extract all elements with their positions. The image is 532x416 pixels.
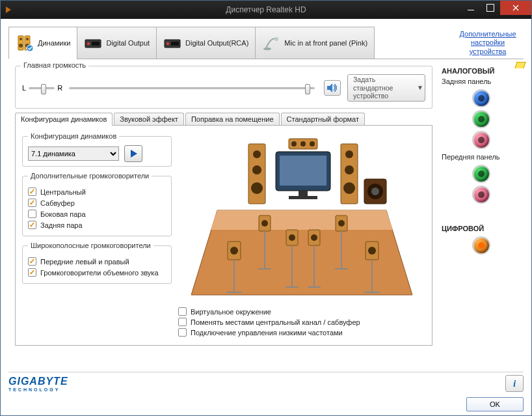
svg-point-35 (343, 182, 355, 194)
front-panel-label: Передняя панель (442, 153, 521, 161)
svg-point-52 (311, 234, 317, 241)
speakers-icon (16, 34, 34, 52)
svg-point-5 (26, 38, 29, 40)
jack-front-pink[interactable] (473, 187, 489, 202)
svg-point-31 (251, 182, 263, 194)
set-default-device-dropdown[interactable]: Задать стандартное устройство ▼ (347, 74, 425, 102)
fullrange-group: Широкополосные громкоговорители Передние… (22, 242, 172, 284)
checkbox-icon (178, 307, 187, 316)
chk-virtual-surround[interactable]: Виртуальное окружение (178, 307, 425, 316)
receiver-icon (84, 34, 102, 52)
chk-swap-center-sub[interactable]: Поменять местами центральный канал / саб… (178, 318, 425, 326)
speaker-sound-icon (326, 83, 338, 93)
chk-side-pair[interactable]: Боковая пара (28, 210, 166, 218)
svg-point-25 (291, 141, 297, 146)
window-title: Диспетчер Realtek HD (1, 5, 531, 14)
balance-slider[interactable]: L R (22, 84, 62, 92)
mute-button[interactable] (324, 80, 341, 96)
checkbox-icon (28, 221, 36, 229)
analog-heading: АНАЛОГОВЫЙ (442, 67, 521, 75)
svg-point-15 (263, 48, 271, 50)
itab-effect[interactable]: Звуковой эффект (114, 113, 184, 126)
jack-digital[interactable] (473, 238, 489, 253)
itab-format[interactable]: Стандартный формат (281, 113, 365, 126)
extra-speakers-legend: Дополнительные громкоговорители (28, 172, 152, 180)
tab-digital-output-label: Digital Output (106, 39, 150, 47)
minimize-button[interactable] (461, 1, 481, 15)
svg-rect-10 (92, 42, 100, 46)
jack-front-green[interactable] (473, 166, 489, 182)
svg-point-33 (345, 150, 353, 158)
rear-panel-label: Задняя панель (442, 77, 521, 85)
speaker-config-select[interactable]: 7.1 динамика (28, 146, 119, 161)
svg-point-29 (253, 150, 261, 158)
balance-left-label: L (22, 84, 26, 92)
extra-settings-link[interactable]: Дополнительные настройки устройства (452, 27, 524, 59)
chk-surround[interactable]: Громкоговорители объемного звука (28, 268, 166, 277)
checkbox-icon (178, 328, 187, 337)
settings-body: Конфигурация динамиков 7.1 динамика (15, 125, 432, 346)
svg-point-3 (19, 44, 23, 48)
jack-rear-pink[interactable] (473, 132, 489, 148)
speaker-room-diagram (178, 132, 425, 301)
svg-point-7 (27, 45, 33, 51)
svg-marker-17 (131, 150, 137, 158)
settings-tabs: Конфигурация динамиков Звуковой эффект П… (15, 113, 432, 126)
svg-rect-13 (171, 42, 179, 46)
balance-right-label: R (57, 84, 62, 92)
speaker-config-legend: Конфигурация динамиков (28, 132, 119, 140)
chk-rear-pair[interactable]: Задняя пара (28, 221, 166, 229)
tab-digital-output[interactable]: Digital Output (77, 27, 156, 59)
chk-subwoofer[interactable]: Сабвуфер (28, 199, 166, 207)
svg-point-38 (371, 187, 379, 195)
itab-room[interactable]: Поправка на помещение (185, 113, 280, 126)
svg-point-60 (368, 247, 376, 255)
tab-digital-output-rca[interactable]: Digital Output(RCA) (156, 27, 255, 59)
svg-point-9 (87, 42, 90, 45)
jack-rear-green[interactable] (473, 111, 489, 127)
speaker-config-group: Конфигурация динамиков 7.1 динамика (22, 132, 172, 167)
svg-rect-21 (280, 156, 326, 186)
itab-config[interactable]: Конфигурация динамиков (15, 113, 113, 126)
bottom-options: Виртуальное окружение Поменять местами ц… (178, 305, 425, 339)
jack-rear-blue[interactable] (473, 90, 489, 106)
info-button[interactable]: i (505, 375, 524, 392)
svg-point-34 (345, 165, 354, 174)
title-bar: Диспетчер Realtek HD (1, 1, 531, 19)
play-test-button[interactable] (124, 145, 142, 162)
volume-slider[interactable] (69, 87, 315, 89)
set-default-label: Задать стандартное устройство (353, 76, 414, 100)
digital-heading: ЦИФРОВОЙ (442, 225, 521, 232)
svg-rect-23 (289, 196, 317, 199)
checkbox-icon (178, 318, 187, 326)
tab-digital-output-rca-label: Digital Output(RCA) (185, 39, 248, 47)
ok-button[interactable]: OK (466, 397, 524, 411)
svg-rect-22 (299, 191, 308, 196)
chk-front-lr[interactable]: Передние левый и правый (28, 257, 166, 266)
master-volume-group: Главная громкость L R (15, 66, 432, 109)
device-tabs: Динамики Digital Output Digital Output (8, 27, 524, 59)
tab-mic-in[interactable]: Mic in at front panel (Pink) (255, 27, 375, 59)
fullrange-legend: Широкополосные громкоговорители (28, 242, 153, 249)
svg-point-56 (230, 247, 238, 255)
receiver-icon (163, 34, 181, 52)
tab-mic-in-label: Mic in at front panel (Pink) (284, 39, 367, 47)
checkbox-icon (28, 187, 36, 196)
checkbox-icon (28, 268, 36, 277)
tab-speakers[interactable]: Динамики (8, 27, 77, 59)
close-button[interactable] (500, 1, 531, 15)
tab-speakers-label: Динамики (38, 39, 70, 47)
svg-point-12 (166, 42, 169, 45)
svg-point-26 (300, 141, 306, 146)
svg-marker-19 (211, 210, 393, 230)
master-volume-label: Главная громкость (21, 61, 88, 69)
microphone-icon (262, 34, 280, 52)
svg-point-40 (261, 220, 268, 227)
svg-point-30 (252, 165, 261, 174)
chk-bass-management[interactable]: Подключение управления низкими частотами (178, 328, 425, 337)
chk-center[interactable]: Центральный (28, 187, 166, 196)
brand-logo: GIGABYTE TECHNOLOGY (8, 376, 68, 392)
side-panel: АНАЛОГОВЫЙ Задняя панель Передняя панель… (439, 59, 524, 350)
svg-point-14 (274, 37, 278, 41)
maximize-button[interactable] (481, 1, 500, 15)
